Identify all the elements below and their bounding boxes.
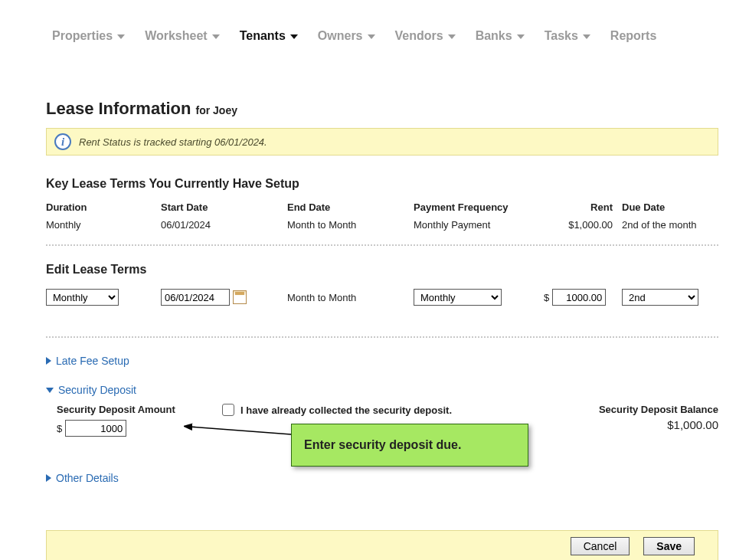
footer-bar: Cancel Save: [46, 530, 718, 560]
info-banner: i Rent Status is tracked starting 06/01/…: [46, 128, 718, 156]
chevron-down-icon: [117, 34, 125, 39]
nav-item-tasks[interactable]: Tasks: [545, 29, 590, 43]
nav-item-label: Reports: [610, 29, 656, 43]
page-title-row: Lease Information for Joey: [46, 99, 718, 119]
nav-item-label: Worksheet: [145, 29, 208, 43]
nav-item-label: Vendors: [395, 29, 443, 43]
col-duration: Duration: [46, 201, 161, 213]
page-title: Lease Information: [46, 99, 191, 119]
val-duration: Monthly: [46, 219, 161, 231]
start-date-input[interactable]: [161, 289, 230, 306]
chevron-right-icon: [46, 474, 51, 482]
nav-item-banks[interactable]: Banks: [476, 29, 525, 43]
nav-item-tenants[interactable]: Tenants: [240, 29, 298, 43]
rent-input[interactable]: [552, 289, 606, 306]
sd-collected-label: I have already collected the security de…: [240, 404, 452, 416]
nav-item-vendors[interactable]: Vendors: [395, 29, 456, 43]
other-details-toggle[interactable]: Other Details: [46, 472, 718, 484]
security-deposit-section: Security Deposit Amount $ I have already…: [46, 404, 718, 437]
val-rent: $1,000.00: [544, 219, 613, 231]
sd-amount-input[interactable]: [65, 420, 126, 437]
edit-terms-row: Monthly Month to Month Monthly $ 2nd: [46, 289, 718, 306]
chevron-right-icon: [46, 357, 51, 365]
late-fee-setup-toggle[interactable]: Late Fee Setup: [46, 355, 718, 367]
sd-balance-value: $1,000.00: [550, 418, 718, 431]
page-title-for: for Joey: [195, 104, 237, 116]
val-payment-frequency: Monthly Payment: [414, 219, 544, 231]
divider: [46, 244, 718, 246]
col-end-date: End Date: [287, 201, 414, 213]
chevron-down-icon: [448, 34, 456, 39]
chevron-down-icon: [517, 34, 525, 39]
due-date-select[interactable]: 2nd: [622, 289, 698, 306]
end-date-readonly: Month to Month: [287, 292, 414, 303]
col-rent: Rent: [544, 201, 613, 213]
currency-symbol: $: [57, 423, 62, 434]
nav-item-label: Tasks: [545, 29, 578, 43]
info-icon: i: [54, 133, 71, 150]
security-deposit-toggle[interactable]: Security Deposit: [46, 384, 718, 396]
annotation-text: Enter security deposit due.: [291, 424, 528, 467]
val-start-date: 06/01/2024: [161, 219, 287, 231]
nav-item-reports[interactable]: Reports: [610, 29, 656, 43]
edit-terms-heading: Edit Lease Terms: [46, 263, 718, 277]
divider: [46, 336, 718, 338]
col-due-date: Due Date: [613, 201, 697, 213]
top-nav: PropertiesWorksheetTenantsOwnersVendorsB…: [46, 15, 718, 57]
col-payment-frequency: Payment Frequency: [414, 201, 544, 213]
nav-item-owners[interactable]: Owners: [318, 29, 375, 43]
col-start-date: Start Date: [161, 201, 287, 213]
val-end-date: Month to Month: [287, 219, 414, 231]
chevron-down-icon: [212, 34, 220, 39]
key-terms-grid: Duration Start Date End Date Payment Fre…: [46, 201, 718, 231]
key-terms-heading: Key Lease Terms You Currently Have Setup: [46, 177, 718, 191]
sd-collected-checkbox[interactable]: [222, 404, 234, 416]
nav-item-label: Owners: [318, 29, 363, 43]
sd-balance-label: Security Deposit Balance: [550, 404, 718, 415]
cancel-button[interactable]: Cancel: [571, 537, 630, 555]
chevron-down-icon: [46, 388, 54, 393]
duration-select[interactable]: Monthly: [46, 289, 119, 306]
chevron-down-icon: [290, 34, 298, 39]
nav-item-label: Banks: [476, 29, 512, 43]
currency-symbol: $: [544, 292, 549, 303]
nav-item-worksheet[interactable]: Worksheet: [145, 29, 220, 43]
save-button[interactable]: Save: [643, 537, 695, 555]
calendar-icon[interactable]: [233, 290, 247, 304]
sd-amount-label: Security Deposit Amount: [57, 404, 222, 415]
chevron-down-icon: [583, 34, 590, 39]
nav-item-label: Properties: [52, 29, 113, 43]
nav-item-label: Tenants: [240, 29, 286, 43]
nav-item-properties[interactable]: Properties: [52, 29, 125, 43]
frequency-select[interactable]: Monthly: [414, 289, 502, 306]
chevron-down-icon: [368, 34, 375, 39]
info-banner-text: Rent Status is tracked starting 06/01/20…: [79, 136, 267, 148]
val-due-date: 2nd of the month: [613, 219, 697, 231]
